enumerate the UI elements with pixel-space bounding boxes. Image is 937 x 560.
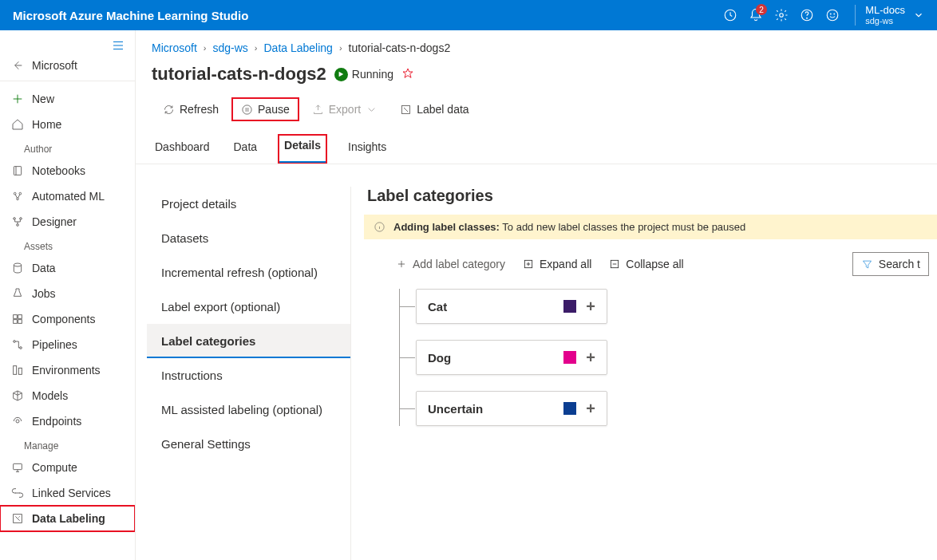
svg-point-26 — [243, 105, 251, 113]
favorite-icon[interactable] — [401, 67, 414, 82]
info-icon — [374, 221, 385, 233]
nav-linked-services[interactable]: Linked Services — [0, 480, 135, 506]
breadcrumb: Microsoft› sdg-ws› Data Labeling› tutori… — [136, 30, 937, 61]
dnav-ml-assisted[interactable]: ML assisted labeling (optional) — [147, 392, 350, 427]
svg-rect-15 — [14, 315, 18, 319]
expand-all-button[interactable]: Expand all — [523, 258, 591, 270]
dnav-project-details[interactable]: Project details — [147, 187, 350, 221]
banner-bold: Adding label classes: — [393, 221, 500, 233]
account-workspace: sdg-ws — [865, 16, 905, 26]
btn-label: Label data — [417, 103, 468, 116]
add-subcategory-icon[interactable]: + — [586, 298, 595, 314]
nav-endpoints[interactable]: Endpoints — [0, 408, 135, 434]
btn-label: Expand all — [540, 258, 591, 270]
dnav-general-settings[interactable]: General Settings — [147, 427, 350, 461]
add-label-category-button[interactable]: Add label category — [396, 258, 505, 270]
tab-data[interactable]: Data — [231, 134, 261, 164]
btn-label: Export — [329, 103, 361, 116]
add-subcategory-icon[interactable]: + — [586, 400, 595, 416]
breadcrumb-link[interactable]: Microsoft — [152, 41, 197, 54]
nav-label: Linked Services — [32, 487, 111, 499]
label-data-button[interactable]: Label data — [390, 97, 478, 121]
details-nav: Project details Datasets Incremental ref… — [136, 187, 351, 560]
nav-label: Data — [32, 262, 56, 274]
collapse-all-button[interactable]: Collapse all — [609, 258, 683, 270]
nav-notebooks[interactable]: Notebooks — [0, 158, 135, 183]
nav-data-labeling[interactable]: Data Labeling — [0, 506, 135, 531]
nav-environments[interactable]: Environments — [0, 357, 135, 383]
btn-label: Collapse all — [626, 258, 683, 270]
notifications-icon[interactable]: 2 — [743, 2, 769, 28]
svg-point-14 — [14, 263, 21, 266]
dnav-incremental[interactable]: Incremental refresh (optional) — [147, 255, 350, 290]
pause-button[interactable]: Pause — [231, 97, 299, 121]
svg-rect-22 — [18, 368, 22, 374]
category-row: Uncertain+ — [400, 391, 937, 426]
dnav-instructions[interactable]: Instructions — [147, 358, 350, 392]
info-banner: Adding label classes: To add new label c… — [364, 215, 937, 239]
search-placeholder: Search t — [879, 258, 920, 270]
nav-label: Compute — [32, 461, 77, 474]
breadcrumb-link[interactable]: sdg-ws — [212, 41, 247, 54]
dnav-label-export[interactable]: Label export (optional) — [147, 290, 350, 324]
search-input[interactable]: Search t — [852, 252, 929, 276]
nav-data[interactable]: Data — [0, 255, 135, 281]
nav-label: Models — [32, 389, 68, 402]
nav-automl[interactable]: Automated ML — [0, 183, 135, 209]
feedback-icon[interactable] — [820, 2, 845, 28]
category-box[interactable]: Dog+ — [416, 340, 607, 375]
nav-models[interactable]: Models — [0, 383, 135, 408]
nav-compute[interactable]: Compute — [0, 455, 135, 480]
color-swatch — [563, 402, 576, 415]
dnav-label-categories[interactable]: Label categories — [147, 324, 350, 358]
nav-pipelines[interactable]: Pipelines — [0, 332, 135, 357]
color-swatch — [563, 300, 576, 313]
tab-details[interactable]: Details — [278, 134, 327, 164]
svg-point-23 — [16, 420, 19, 423]
nav-label: Components — [32, 313, 95, 325]
nav-label: Environments — [32, 364, 101, 377]
btn-label: Refresh — [180, 103, 219, 116]
category-tree: Cat+Dog+Uncertain+ — [364, 289, 937, 426]
btn-label: Add label category — [413, 258, 505, 270]
nav-label: Jobs — [32, 287, 56, 300]
nav-label: Data Labeling — [32, 512, 105, 525]
nav-jobs[interactable]: Jobs — [0, 281, 135, 306]
refresh-button[interactable]: Refresh — [153, 97, 228, 121]
svg-rect-18 — [18, 320, 22, 324]
page-title: tutorial-cats-n-dogs2 — [152, 64, 326, 85]
svg-point-12 — [20, 218, 22, 220]
nav-designer[interactable]: Designer — [0, 209, 135, 235]
svg-point-11 — [14, 218, 16, 220]
notification-badge: 2 — [756, 4, 767, 15]
dnav-datasets[interactable]: Datasets — [147, 221, 350, 255]
nav-components[interactable]: Components — [0, 306, 135, 332]
hamburger-icon[interactable] — [0, 30, 135, 56]
category-box[interactable]: Uncertain+ — [416, 391, 607, 426]
nav-back-label: Microsoft — [32, 59, 77, 72]
color-swatch — [563, 351, 576, 364]
category-name: Uncertain — [428, 402, 483, 416]
tab-insights[interactable]: Insights — [345, 134, 389, 164]
nav-back[interactable]: Microsoft — [0, 56, 135, 81]
nav-label: Automated ML — [32, 190, 105, 203]
svg-rect-17 — [14, 320, 18, 324]
nav-label: New — [32, 93, 54, 105]
breadcrumb-link[interactable]: Data Labeling — [264, 41, 333, 54]
category-box[interactable]: Cat+ — [416, 289, 607, 324]
help-icon[interactable] — [794, 2, 820, 28]
breadcrumb-current: tutorial-cats-n-dogs2 — [349, 41, 451, 54]
svg-point-10 — [17, 198, 19, 200]
tab-dashboard[interactable]: Dashboard — [152, 134, 213, 164]
settings-icon[interactable] — [769, 2, 794, 28]
category-row: Cat+ — [400, 289, 937, 324]
nav-label: Pipelines — [32, 338, 77, 351]
category-name: Cat — [428, 300, 447, 314]
nav-new[interactable]: New — [0, 86, 135, 112]
account-switcher[interactable]: ML-docs sdg-ws — [855, 5, 924, 26]
add-subcategory-icon[interactable]: + — [586, 349, 595, 365]
nav-section-assets: Assets — [0, 235, 135, 255]
history-icon[interactable] — [718, 2, 743, 28]
app-title: Microsoft Azure Machine Learning Studio — [13, 9, 248, 22]
nav-home[interactable]: Home — [0, 112, 135, 137]
